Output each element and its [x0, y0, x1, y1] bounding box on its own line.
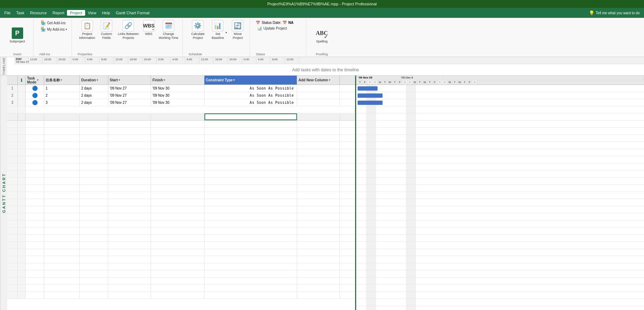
constraint-selected-cell[interactable]: [204, 113, 297, 120]
empty-row: [7, 199, 355, 206]
chart-empty-row: [356, 171, 644, 178]
row-name-2[interactable]: 2: [44, 92, 80, 99]
menu-gantt-format[interactable]: Gantt Chart Format: [113, 10, 152, 16]
spelling-button[interactable]: ABC ✓ Spelling: [315, 27, 329, 44]
empty-row: [7, 178, 355, 185]
row-duration-3[interactable]: 2 days: [80, 99, 108, 106]
chart-empty-row: [356, 156, 644, 163]
empty-row: [7, 171, 355, 178]
chart-empty-row: [356, 220, 644, 228]
row-addcol-3: [297, 99, 340, 106]
col-header-start[interactable]: Start ▾: [108, 76, 151, 85]
my-addins-button[interactable]: 🏪 My Add-ins ▾: [39, 26, 68, 32]
chart-empty-row: [356, 185, 644, 192]
set-baseline-button[interactable]: 📊 ↓ SetBaseline ▾: [208, 19, 227, 41]
empty-row: [7, 206, 355, 213]
col-header-constraint[interactable]: Constraint Type ▾: [204, 76, 297, 85]
chart-day-S3: S: [402, 80, 407, 85]
row-finish-3[interactable]: '09 Nov 30: [151, 99, 204, 106]
wbs-button[interactable]: WBS ▾ WBS: [142, 19, 156, 37]
row-taskmode-1: 🔵: [26, 85, 44, 92]
menu-report[interactable]: Report: [50, 10, 67, 16]
col-header-finish[interactable]: Finish ▾: [151, 76, 204, 85]
get-addins-button[interactable]: 🏪 Get Add-ins: [39, 20, 68, 26]
tell-me-input[interactable]: Tell me what you want to do: [596, 11, 640, 15]
col-constraint-arrow[interactable]: ▾: [233, 78, 235, 82]
empty-row: [7, 220, 355, 228]
col-header-taskmode[interactable]: TaskMode ▾: [26, 76, 44, 85]
table-body: 1 🔵 1 2 days '09 Nov 27 '09 Nov 30 As So…: [7, 85, 355, 310]
project-info-button[interactable]: 📋 ProjectInformation: [78, 19, 97, 41]
change-working-time-button[interactable]: 🗓️ ChangeWorking Time: [157, 19, 180, 41]
empty-row: [7, 285, 355, 292]
col-taskmode-arrow[interactable]: ▾: [37, 78, 38, 82]
chart-day-M1: M: [378, 80, 383, 85]
col-header-info: ℹ: [18, 76, 26, 85]
menu-resource[interactable]: Resource: [27, 10, 50, 16]
chart-empty-row: [356, 263, 644, 270]
row-finish-1[interactable]: '09 Nov 30: [151, 85, 204, 92]
menu-view[interactable]: View: [85, 10, 99, 16]
empty-row: [7, 128, 355, 135]
col-header-addcol[interactable]: Add New Column ▾: [297, 76, 340, 85]
menu-task[interactable]: Task: [14, 10, 27, 16]
chart-day-T1: T: [358, 80, 363, 85]
col-duration-arrow[interactable]: ▾: [97, 78, 98, 82]
chart-day-M2: M: [412, 80, 417, 85]
project-info-label: ProjectInformation: [79, 32, 95, 40]
empty-row: [7, 106, 355, 113]
row-name-1[interactable]: 1: [44, 85, 80, 92]
col-addcol-label: Add New Column: [298, 78, 328, 82]
row-duration-1[interactable]: 2 days: [80, 85, 108, 92]
row-constraint-1[interactable]: As Soon As Possible: [204, 85, 297, 92]
empty-row: [7, 270, 355, 278]
row-num-2: 2: [7, 92, 18, 99]
menu-project[interactable]: Project: [67, 10, 85, 16]
empty-row: [7, 142, 355, 149]
col-header-duration[interactable]: Duration ▾: [80, 76, 108, 85]
empty-row: [7, 292, 355, 299]
chart-empty-row: [356, 192, 644, 199]
move-project-button[interactable]: 🔄 MoveProject: [228, 19, 247, 41]
subproject-button[interactable]: P Subproject: [7, 27, 27, 44]
spelling-label: Spelling: [316, 40, 327, 44]
set-baseline-dropdown[interactable]: ▾: [225, 31, 227, 34]
chart-day-S7: S: [472, 80, 477, 85]
custom-fields-button[interactable]: 📝 CustomFields: [98, 19, 115, 41]
empty-row: [7, 235, 355, 242]
gantt-bar-3: [358, 101, 383, 105]
update-project-button[interactable]: 📊 Update Project: [256, 26, 293, 31]
menu-help[interactable]: Help: [99, 10, 113, 16]
empty-row: [7, 278, 355, 285]
row-start-2[interactable]: '09 Nov 27: [108, 92, 151, 99]
selected-empty-row[interactable]: [7, 113, 355, 121]
proofing-group-label: Proofing: [316, 52, 328, 56]
col-name-arrow[interactable]: ▾: [61, 78, 62, 82]
chart-row-3: [356, 99, 644, 106]
chart-day-T4: T: [417, 80, 422, 85]
col-addcol-arrow[interactable]: ▾: [329, 78, 330, 82]
row-start-3[interactable]: '09 Nov 27: [108, 99, 151, 106]
links-between-button[interactable]: 🔗 Links BetweenProjects: [116, 19, 140, 41]
get-addins-label: Get Add-ins: [47, 21, 66, 25]
row-constraint-2[interactable]: As Soon As Possible: [204, 92, 297, 99]
title-text: Project%E9%A1%B9%E7%9B%AE.mpp - Project …: [268, 2, 377, 6]
chart-date-nov29: '09 Nov 29: [358, 76, 400, 80]
gantt-chart-sidebar-label: GANTT CHART: [0, 76, 7, 310]
menu-file[interactable]: File: [1, 10, 14, 16]
row-duration-2[interactable]: 2 days: [80, 92, 108, 99]
row-finish-2[interactable]: '09 Nov 30: [151, 92, 204, 99]
row-taskmode-3: 🔵: [26, 99, 44, 106]
table-row[interactable]: 2 🔵 2 2 days '09 Nov 27 '09 Nov 30 As So…: [7, 92, 355, 99]
row-name-3[interactable]: 3: [44, 99, 80, 106]
col-finish-arrow[interactable]: ▾: [163, 78, 165, 82]
row-start-1[interactable]: '09 Nov 27: [108, 85, 151, 92]
ribbon-group-properties: 📋 ProjectInformation 📝 CustomFields 🔗: [75, 19, 183, 57]
calculate-button[interactable]: ⚙️ CalculateProject: [188, 19, 207, 41]
row-constraint-3[interactable]: As Soon As Possible: [204, 99, 297, 106]
table-row[interactable]: 1 🔵 1 2 days '09 Nov 27 '09 Nov 30 As So…: [7, 85, 355, 92]
col-start-arrow[interactable]: ▾: [119, 78, 120, 82]
col-header-name[interactable]: 任务名称 ▾: [44, 76, 80, 85]
chart-day-S5: S: [437, 80, 442, 85]
table-row[interactable]: 3 🔵 3 2 days '09 Nov 27 '09 Nov 30 As So…: [7, 99, 355, 106]
